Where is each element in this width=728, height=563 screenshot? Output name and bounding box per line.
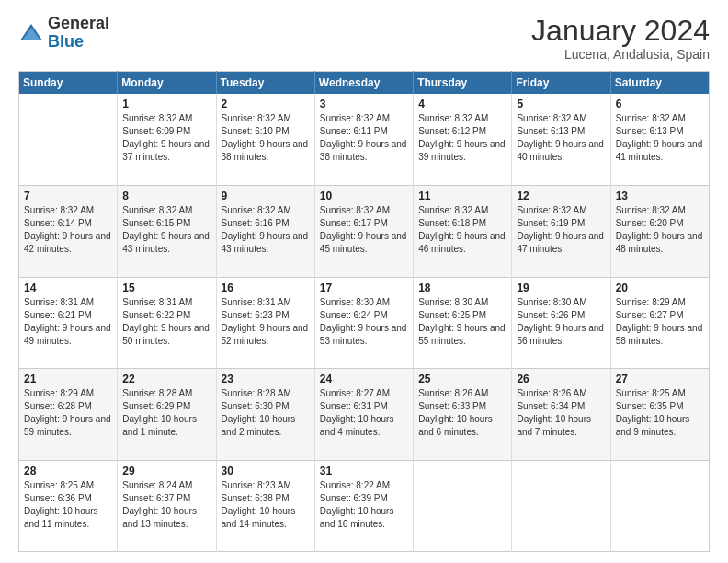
logo-general-text: General (48, 15, 109, 33)
cell-w4-d5: 25 Sunrise: 8:26 AMSunset: 6:33 PMDaylig… (414, 369, 512, 460)
logo: General Blue (18, 15, 109, 52)
day-number: 16 (222, 282, 310, 294)
cell-info: Sunrise: 8:22 AMSunset: 6:39 PMDaylight:… (320, 479, 408, 531)
week-row-2: 7 Sunrise: 8:32 AMSunset: 6:14 PMDayligh… (19, 186, 710, 277)
day-number: 18 (418, 282, 506, 294)
cell-w2-d2: 8 Sunrise: 8:32 AMSunset: 6:15 PMDayligh… (118, 186, 216, 277)
cell-info: Sunrise: 8:25 AMSunset: 6:36 PMDaylight:… (24, 479, 112, 531)
cell-w1-d5: 4 Sunrise: 8:32 AMSunset: 6:12 PMDayligh… (414, 94, 512, 185)
cell-w1-d1 (19, 94, 118, 185)
col-friday: Friday (512, 72, 610, 95)
calendar-page: General Blue January 2024 Lucena, Andalu… (0, 0, 728, 563)
cell-info: Sunrise: 8:32 AMSunset: 6:18 PMDaylight:… (418, 204, 506, 256)
calendar-table: Sunday Monday Tuesday Wednesday Thursday… (18, 71, 710, 552)
cell-w3-d6: 19 Sunrise: 8:30 AMSunset: 6:26 PMDaylig… (512, 277, 610, 368)
cell-w2-d1: 7 Sunrise: 8:32 AMSunset: 6:14 PMDayligh… (19, 186, 118, 277)
cell-w4-d6: 26 Sunrise: 8:26 AMSunset: 6:34 PMDaylig… (512, 369, 610, 460)
day-number: 12 (517, 190, 605, 202)
cell-w3-d4: 17 Sunrise: 8:30 AMSunset: 6:24 PMDaylig… (314, 277, 413, 368)
day-number: 10 (320, 190, 408, 202)
day-number: 22 (122, 373, 210, 385)
day-number: 30 (222, 465, 310, 477)
cell-info: Sunrise: 8:29 AMSunset: 6:27 PMDaylight:… (616, 296, 704, 348)
cell-w3-d1: 14 Sunrise: 8:31 AMSunset: 6:21 PMDaylig… (19, 277, 118, 368)
cell-w1-d7: 6 Sunrise: 8:32 AMSunset: 6:13 PMDayligh… (610, 94, 709, 185)
col-sunday: Sunday (19, 72, 118, 95)
day-number: 25 (418, 373, 506, 385)
cell-w4-d3: 23 Sunrise: 8:28 AMSunset: 6:30 PMDaylig… (216, 369, 314, 460)
day-number: 24 (320, 373, 408, 385)
day-number: 2 (222, 98, 310, 110)
cell-w1-d4: 3 Sunrise: 8:32 AMSunset: 6:11 PMDayligh… (314, 94, 413, 185)
cell-info: Sunrise: 8:32 AMSunset: 6:14 PMDaylight:… (24, 204, 112, 256)
week-row-1: 1 Sunrise: 8:32 AMSunset: 6:09 PMDayligh… (19, 94, 710, 185)
day-number: 6 (616, 98, 704, 110)
cell-info: Sunrise: 8:32 AMSunset: 6:15 PMDaylight:… (122, 204, 210, 256)
cell-info: Sunrise: 8:30 AMSunset: 6:26 PMDaylight:… (517, 296, 605, 348)
cell-info: Sunrise: 8:32 AMSunset: 6:12 PMDaylight:… (418, 112, 506, 164)
cell-info: Sunrise: 8:26 AMSunset: 6:33 PMDaylight:… (418, 387, 506, 439)
cell-info: Sunrise: 8:32 AMSunset: 6:19 PMDaylight:… (517, 204, 605, 256)
cell-w3-d7: 20 Sunrise: 8:29 AMSunset: 6:27 PMDaylig… (610, 277, 709, 368)
cell-info: Sunrise: 8:31 AMSunset: 6:22 PMDaylight:… (122, 296, 210, 348)
cell-info: Sunrise: 8:32 AMSunset: 6:11 PMDaylight:… (320, 112, 408, 164)
cell-info: Sunrise: 8:32 AMSunset: 6:17 PMDaylight:… (320, 204, 408, 256)
day-number: 4 (418, 98, 506, 110)
day-number: 5 (517, 98, 605, 110)
cell-w5-d1: 28 Sunrise: 8:25 AMSunset: 6:36 PMDaylig… (19, 460, 118, 552)
day-number: 11 (418, 190, 506, 202)
day-number: 8 (122, 190, 210, 202)
day-number: 19 (517, 282, 605, 294)
cell-info: Sunrise: 8:27 AMSunset: 6:31 PMDaylight:… (320, 387, 408, 439)
cell-w5-d4: 31 Sunrise: 8:22 AMSunset: 6:39 PMDaylig… (314, 460, 413, 552)
cell-info: Sunrise: 8:28 AMSunset: 6:29 PMDaylight:… (122, 387, 210, 439)
col-wednesday: Wednesday (314, 72, 413, 95)
cell-w1-d3: 2 Sunrise: 8:32 AMSunset: 6:10 PMDayligh… (216, 94, 314, 185)
col-saturday: Saturday (610, 72, 709, 95)
cell-w3-d5: 18 Sunrise: 8:30 AMSunset: 6:25 PMDaylig… (414, 277, 512, 368)
cell-w1-d6: 5 Sunrise: 8:32 AMSunset: 6:13 PMDayligh… (512, 94, 610, 185)
day-number: 14 (24, 282, 112, 294)
week-row-3: 14 Sunrise: 8:31 AMSunset: 6:21 PMDaylig… (19, 277, 710, 368)
cell-info: Sunrise: 8:29 AMSunset: 6:28 PMDaylight:… (24, 387, 112, 439)
cell-info: Sunrise: 8:32 AMSunset: 6:13 PMDaylight:… (517, 112, 605, 164)
col-tuesday: Tuesday (216, 72, 314, 95)
logo-icon (18, 20, 44, 46)
day-number: 27 (616, 373, 704, 385)
cell-info: Sunrise: 8:31 AMSunset: 6:21 PMDaylight:… (24, 296, 112, 348)
day-number: 28 (24, 465, 112, 477)
cell-info: Sunrise: 8:32 AMSunset: 6:10 PMDaylight:… (222, 112, 310, 164)
cell-info: Sunrise: 8:25 AMSunset: 6:35 PMDaylight:… (616, 387, 704, 439)
col-thursday: Thursday (414, 72, 512, 95)
cell-w2-d5: 11 Sunrise: 8:32 AMSunset: 6:18 PMDaylig… (414, 186, 512, 277)
cell-info: Sunrise: 8:30 AMSunset: 6:24 PMDaylight:… (320, 296, 408, 348)
cell-w4-d4: 24 Sunrise: 8:27 AMSunset: 6:31 PMDaylig… (314, 369, 413, 460)
cell-w1-d2: 1 Sunrise: 8:32 AMSunset: 6:09 PMDayligh… (118, 94, 216, 185)
day-number: 9 (222, 190, 310, 202)
cell-info: Sunrise: 8:32 AMSunset: 6:09 PMDaylight:… (122, 112, 210, 164)
cell-info: Sunrise: 8:24 AMSunset: 6:37 PMDaylight:… (122, 479, 210, 531)
cell-w4-d7: 27 Sunrise: 8:25 AMSunset: 6:35 PMDaylig… (610, 369, 709, 460)
day-number: 31 (320, 465, 408, 477)
logo-blue-text: Blue (48, 33, 109, 52)
cell-w5-d7 (610, 460, 709, 552)
week-row-5: 28 Sunrise: 8:25 AMSunset: 6:36 PMDaylig… (19, 460, 710, 552)
day-number: 17 (320, 282, 408, 294)
header: General Blue January 2024 Lucena, Andalu… (18, 15, 710, 62)
header-row: Sunday Monday Tuesday Wednesday Thursday… (19, 72, 710, 95)
cell-w2-d3: 9 Sunrise: 8:32 AMSunset: 6:16 PMDayligh… (216, 186, 314, 277)
cell-info: Sunrise: 8:32 AMSunset: 6:20 PMDaylight:… (616, 204, 704, 256)
calendar-header: Sunday Monday Tuesday Wednesday Thursday… (19, 72, 710, 95)
cell-info: Sunrise: 8:32 AMSunset: 6:16 PMDaylight:… (222, 204, 310, 256)
day-number: 13 (616, 190, 704, 202)
cell-w5-d2: 29 Sunrise: 8:24 AMSunset: 6:37 PMDaylig… (118, 460, 216, 552)
cell-info: Sunrise: 8:32 AMSunset: 6:13 PMDaylight:… (616, 112, 704, 164)
main-title: January 2024 (531, 15, 710, 47)
day-number: 21 (24, 373, 112, 385)
title-block: January 2024 Lucena, Andalusia, Spain (531, 15, 710, 62)
cell-w2-d6: 12 Sunrise: 8:32 AMSunset: 6:19 PMDaylig… (512, 186, 610, 277)
cell-w3-d2: 15 Sunrise: 8:31 AMSunset: 6:22 PMDaylig… (118, 277, 216, 368)
logo-text: General Blue (48, 15, 109, 52)
cell-w4-d1: 21 Sunrise: 8:29 AMSunset: 6:28 PMDaylig… (19, 369, 118, 460)
day-number: 26 (517, 373, 605, 385)
